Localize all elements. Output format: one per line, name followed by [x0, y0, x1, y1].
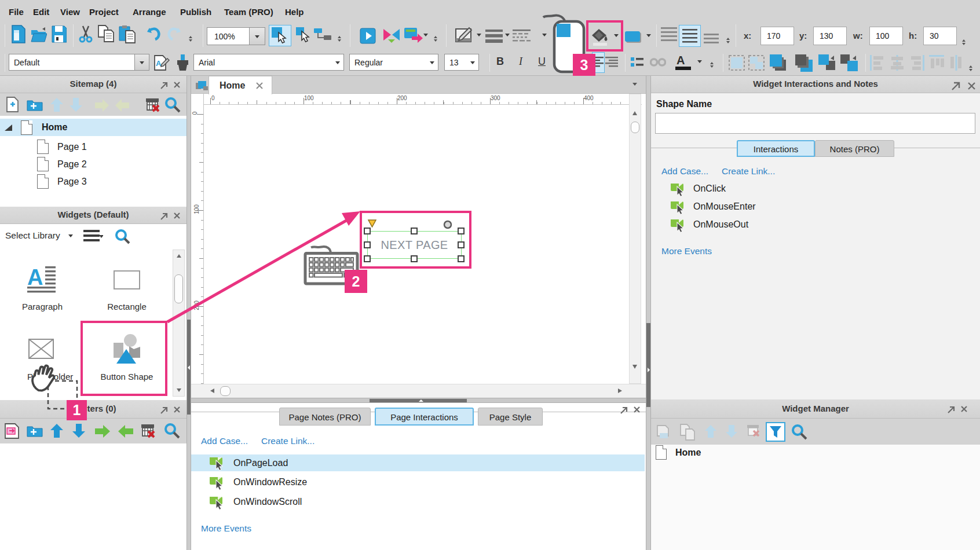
svg-text:A: A	[27, 266, 43, 289]
